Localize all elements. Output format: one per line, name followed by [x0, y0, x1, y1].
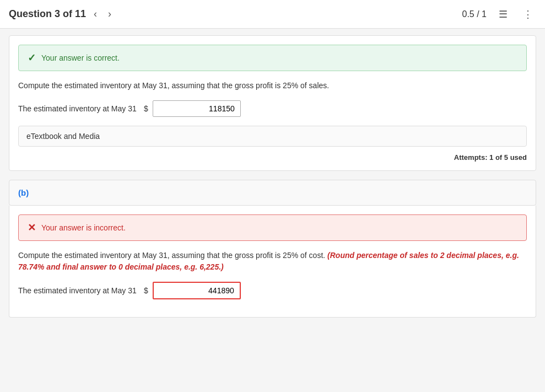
main-content: ✓ Your answer is correct. Compute the es…	[0, 29, 545, 324]
etextbook-box[interactable]: eTextbook and Media	[18, 126, 527, 147]
error-alert: ✕ Your answer is incorrect.	[18, 214, 527, 241]
check-icon: ✓	[28, 52, 36, 64]
part-b-body: ✕ Your answer is incorrect. Compute the …	[9, 206, 536, 318]
success-alert: ✓ Your answer is correct.	[18, 45, 527, 71]
prev-button[interactable]: ‹	[90, 6, 100, 22]
error-message: Your answer is incorrect.	[41, 223, 126, 232]
part-a-input-label: The estimated inventory at May 31	[18, 104, 139, 113]
part-a-panel: ✓ Your answer is correct. Compute the es…	[9, 35, 536, 171]
part-b-answer-input[interactable]	[153, 282, 241, 299]
success-message: Your answer is correct.	[41, 53, 120, 62]
more-options-button[interactable]: ⋮	[520, 6, 536, 23]
question-title: Question 3 of 11	[9, 8, 86, 20]
part-a-answer-input[interactable]	[153, 100, 241, 117]
header-left: Question 3 of 11 ‹ ›	[9, 6, 115, 22]
part-b-dollar-sign: $	[144, 286, 148, 295]
part-b-header: (b)	[9, 180, 536, 206]
list-icon-button[interactable]: ☰	[495, 6, 511, 23]
next-button[interactable]: ›	[105, 6, 115, 22]
attempts-row: Attempts: 1 of 5 used	[18, 153, 527, 162]
part-b-question-text: Compute the estimated inventory at May 3…	[18, 250, 527, 273]
etextbook-label: eTextbook and Media	[26, 132, 100, 141]
part-b-input-row: The estimated inventory at May 31 $	[18, 282, 527, 299]
part-b-label: (b)	[18, 188, 29, 197]
part-a-input-row: The estimated inventory at May 31 $	[18, 100, 527, 117]
part-a-dollar-sign: $	[144, 104, 148, 113]
header-right: 0.5 / 1 ☰ ⋮	[462, 6, 536, 23]
x-icon: ✕	[28, 222, 36, 234]
part-a-question-text: Compute the estimated inventory at May 3…	[18, 80, 527, 92]
attempts-text: Attempts: 1 of 5 used	[454, 153, 527, 162]
part-b-input-label: The estimated inventory at May 31	[18, 286, 139, 295]
part-b-question-plain: Compute the estimated inventory at May 3…	[18, 251, 325, 260]
page-header: Question 3 of 11 ‹ › 0.5 / 1 ☰ ⋮	[0, 0, 545, 29]
score-display: 0.5 / 1	[462, 9, 487, 19]
